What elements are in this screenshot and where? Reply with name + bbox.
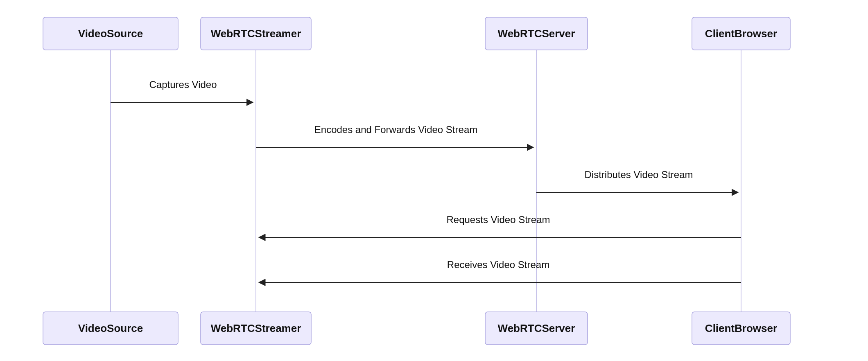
actor-video-source-bottom: VideoSource (43, 312, 178, 345)
actor-label: WebRTCServer (498, 27, 575, 40)
actor-label: ClientBrowser (705, 27, 777, 40)
actor-webrtc-server-top: WebRTCServer (485, 17, 588, 50)
message-label: Receives Video Stream (447, 259, 549, 270)
actor-label: WebRTCServer (498, 322, 575, 334)
actor-webrtc-server-bottom: WebRTCServer (485, 312, 588, 345)
actor-label: WebRTCStreamer (211, 322, 301, 334)
message-distributes: Distributes Video Stream (536, 169, 738, 192)
message-encodes-forwards: Encodes and Forwards Video Stream (256, 124, 533, 147)
message-label: Encodes and Forwards Video Stream (314, 124, 477, 135)
sequence-diagram: VideoSource WebRTCStreamer WebRTCServer … (0, 0, 868, 361)
message-label: Requests Video Stream (446, 214, 550, 225)
actor-label: ClientBrowser (705, 322, 777, 334)
actor-label: VideoSource (78, 27, 143, 40)
actor-client-browser-top: ClientBrowser (692, 17, 790, 50)
actor-client-browser-bottom: ClientBrowser (692, 312, 790, 345)
message-captures-video: Captures Video (111, 79, 253, 102)
actor-label: WebRTCStreamer (211, 27, 301, 40)
message-receives: Receives Video Stream (259, 259, 741, 282)
actor-label: VideoSource (78, 322, 143, 334)
message-label: Distributes Video Stream (584, 169, 693, 180)
actor-webrtc-streamer-bottom: WebRTCStreamer (201, 312, 311, 345)
actor-video-source-top: VideoSource (43, 17, 178, 50)
message-requests: Requests Video Stream (259, 214, 741, 237)
actor-webrtc-streamer-top: WebRTCStreamer (201, 17, 311, 50)
message-label: Captures Video (149, 79, 217, 90)
